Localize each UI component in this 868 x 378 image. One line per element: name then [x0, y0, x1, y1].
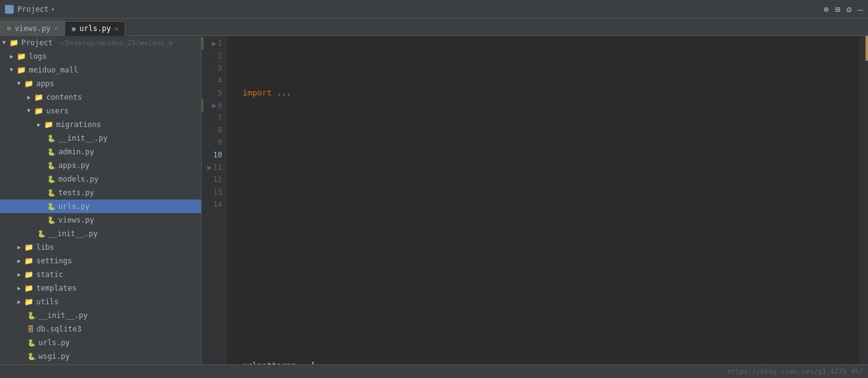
folder-icon: 📁	[24, 243, 34, 252]
add-icon[interactable]: ⊕	[823, 4, 828, 14]
code-line-3	[233, 198, 859, 211]
ln-11: ▶11	[202, 161, 222, 174]
sidebar-init1[interactable]: 🐍 __init__.py	[0, 131, 201, 145]
py-file-icon: 🐍	[27, 339, 36, 347]
arrow-icon: ▶	[10, 53, 13, 59]
sidebar-settings[interactable]: ▶ 📁 settings	[0, 254, 201, 268]
bottom-bar-right: https://blog.csdn.net/g1_4279_45/	[727, 367, 863, 376]
db-file-icon: 🗄	[27, 325, 34, 333]
py-file-icon: 🐍	[47, 134, 56, 143]
sidebar-admin[interactable]: 🐍 admin.py	[0, 145, 201, 159]
project-label[interactable]: Project ▾	[5, 5, 55, 14]
py-file-icon: 🐍	[47, 148, 56, 156]
scroll-mark	[866, 36, 868, 61]
project-title: Project	[17, 5, 49, 14]
arrow-icon: ▶	[27, 94, 30, 100]
tab-urls[interactable]: ● urls.py ✕	[65, 21, 125, 36]
sidebar-utils[interactable]: ▶ 📁 utils	[0, 295, 201, 309]
tab-urls-label: urls.py	[79, 24, 111, 33]
line-numbers: ▶1 2 3 4 5 ▶6 7 8 9 10 ▶11 12 13 14	[202, 36, 226, 364]
sidebar-db-sqlite3-mall[interactable]: 🗄 db.sqlite3	[0, 322, 201, 336]
py-file-icon: 🐍	[47, 216, 56, 224]
ln-3: 3	[202, 62, 222, 74]
py-file-icon: 🐍	[47, 175, 56, 183]
code-line-5	[233, 297, 859, 310]
arrow-icon: ▶	[16, 82, 22, 85]
ln-2: 2	[202, 50, 222, 62]
sidebar-views-users[interactable]: 🐍 views.py	[0, 213, 201, 227]
arrow-icon: ▶	[17, 285, 20, 291]
sidebar: ▶ 📁 Project ~/Desktop/meiduo_25/meiduo_m…	[0, 36, 202, 364]
tab-urls-icon: ●	[71, 25, 76, 33]
code-line-1: import ...	[233, 87, 859, 99]
sidebar-apps[interactable]: ▶ 📁 apps	[0, 77, 201, 90]
gear-icon[interactable]: ⚙	[846, 4, 851, 14]
folder-icon: 📁	[24, 297, 34, 306]
editor-area[interactable]: ▶1 2 3 4 5 ▶6 7 8 9 10 ▶11 12 13 14	[202, 36, 868, 364]
ln-14: 14	[202, 198, 222, 211]
sidebar-urls-users[interactable]: 🐍 urls.py	[0, 200, 201, 213]
code-line-4	[233, 248, 859, 260]
sidebar-templates[interactable]: ▶ 📁 templates	[0, 281, 201, 295]
bottom-url: https://blog.csdn.net/g1_4279_45/	[727, 367, 863, 376]
main-content: ▶ 📁 Project ~/Desktop/meiduo_25/meiduo_m…	[0, 36, 868, 364]
sidebar-users[interactable]: ▶ 📁 users	[0, 104, 201, 118]
ln-1: ▶1	[202, 37, 222, 50]
code-line-2	[233, 149, 859, 161]
dropdown-arrow[interactable]: ▾	[51, 6, 55, 12]
minimize-icon[interactable]: —	[858, 4, 863, 14]
tab-views-label: views.py	[15, 24, 51, 33]
arrow-icon: ▶	[1, 41, 7, 44]
sidebar-migrations[interactable]: ▶ 📁 migrations	[0, 118, 201, 131]
sidebar-logs[interactable]: ▶ 📁 logs	[0, 50, 201, 63]
tab-bar: ● views.py ✕ ● urls.py ✕	[0, 19, 868, 36]
tab-urls-close[interactable]: ✕	[115, 25, 119, 32]
sidebar-apps-py[interactable]: 🐍 apps.py	[0, 159, 201, 172]
ln-9: 9	[202, 136, 222, 149]
folder-icon: 📁	[44, 120, 53, 129]
sidebar-meiduo-mall[interactable]: ▶ 📁 meiduo_mall	[0, 63, 201, 77]
sidebar-init3[interactable]: 🐍 __init__.py	[0, 309, 201, 322]
tab-views[interactable]: ● views.py ✕	[0, 20, 65, 35]
sidebar-tests[interactable]: 🐍 tests.py	[0, 186, 201, 200]
sidebar-project-root[interactable]: ▶ 📁 Project ~/Desktop/meiduo_25/meiduo_m	[0, 36, 201, 50]
tab-views-icon: ●	[7, 24, 11, 32]
project-folder-icon: 📁	[9, 38, 19, 47]
sidebar-contents[interactable]: ▶ 📁 contents	[0, 90, 201, 104]
ln-10: 10	[202, 149, 222, 161]
py-file-icon: 🐍	[27, 353, 36, 361]
sidebar-wsgi[interactable]: 🐍 wsgi.py	[0, 349, 201, 363]
code-content[interactable]: import ... urlpatterns =	[226, 36, 859, 364]
top-bar-icons: ⊕ ⊞ ⚙ —	[823, 4, 863, 14]
ln-7: 7	[202, 112, 222, 124]
tab-views-close[interactable]: ✕	[54, 25, 58, 32]
py-file-icon: 🐍	[27, 312, 36, 320]
sidebar-libs[interactable]: ▶ 📁 libs	[0, 240, 201, 254]
folder-icon: 📁	[24, 270, 34, 279]
ln-12: 12	[202, 174, 222, 186]
ln-6: ▶6	[202, 99, 222, 112]
folder-icon: 📁	[24, 79, 34, 88]
bottom-bar: https://blog.csdn.net/g1_4279_45/	[0, 364, 868, 378]
project-icon	[5, 5, 14, 14]
arrow-icon: ▶	[9, 68, 15, 71]
py-file-icon: 🐍	[47, 162, 56, 170]
sidebar-urls-mall[interactable]: 🐍 urls.py	[0, 336, 201, 349]
folder-icon: 📁	[24, 257, 34, 265]
ln-13: 13	[202, 186, 222, 198]
sidebar-static[interactable]: ▶ 📁 static	[0, 268, 201, 281]
sidebar-init2[interactable]: 🐍 __init__.py	[0, 227, 201, 240]
ln-5: 5	[202, 87, 222, 99]
ln-8: 8	[202, 124, 222, 136]
folder-icon: 📁	[34, 93, 43, 102]
arrow-icon: ▶	[17, 258, 20, 264]
folder-icon: 📁	[24, 284, 34, 292]
arrow-icon: ▶	[26, 109, 32, 112]
sidebar-models[interactable]: 🐍 models.py	[0, 172, 201, 186]
layout-icon[interactable]: ⊞	[835, 4, 840, 14]
py-file-icon: 🐍	[47, 203, 56, 211]
folder-icon: 📁	[34, 107, 43, 115]
ln-4: 4	[202, 74, 222, 87]
right-scrollbar-gutter	[859, 36, 868, 364]
folder-icon: 📁	[17, 66, 26, 74]
